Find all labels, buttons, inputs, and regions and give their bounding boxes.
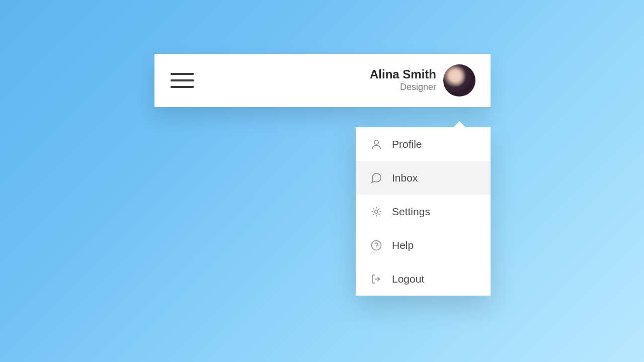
menu-label: Profile [392, 138, 422, 150]
chat-icon [370, 171, 383, 185]
menu-label: Help [392, 239, 414, 251]
profile-dropdown: Profile Inbox Settings Help Logout [356, 127, 491, 296]
hamburger-menu-button[interactable] [171, 73, 194, 88]
menu-item-help[interactable]: Help [356, 228, 491, 262]
gear-icon [370, 205, 383, 218]
logout-icon [370, 273, 383, 286]
menu-label: Logout [392, 273, 424, 285]
user-role: Designer [370, 82, 436, 93]
menu-item-logout[interactable]: Logout [356, 262, 491, 296]
svg-point-3 [376, 247, 376, 248]
user-text: Alina Smith Designer [370, 68, 436, 93]
menu-label: Inbox [392, 172, 418, 184]
menu-item-inbox[interactable]: Inbox [356, 161, 491, 195]
svg-point-2 [372, 240, 381, 250]
avatar[interactable] [443, 64, 475, 97]
svg-point-1 [375, 210, 378, 213]
user-icon [370, 138, 383, 151]
menu-item-settings[interactable]: Settings [356, 195, 491, 228]
user-name: Alina Smith [370, 68, 436, 81]
user-profile-trigger[interactable]: Alina Smith Designer [370, 64, 475, 97]
svg-point-0 [374, 140, 378, 144]
menu-item-profile[interactable]: Profile [356, 127, 491, 161]
question-icon [370, 239, 383, 252]
menu-label: Settings [392, 206, 430, 218]
topbar: Alina Smith Designer [154, 54, 491, 107]
